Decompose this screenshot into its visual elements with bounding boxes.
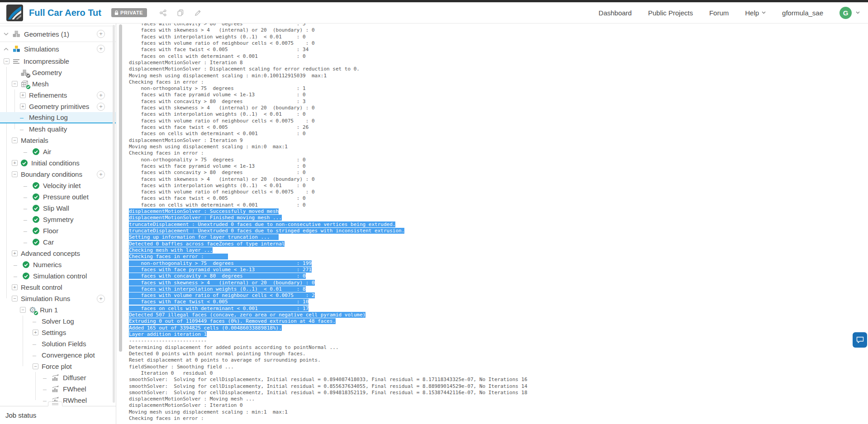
- add-button[interactable]: +: [97, 170, 105, 179]
- collapse-minus-icon[interactable]: −: [33, 363, 38, 369]
- log-scrollbar[interactable]: [119, 24, 122, 352]
- sidebar-item-velocity-inlet[interactable]: –Velocity inlet: [0, 180, 116, 191]
- sidebar-item-label: Force plot: [42, 363, 72, 370]
- user-menu[interactable]: G: [840, 7, 860, 19]
- add-button[interactable]: +: [97, 30, 105, 38]
- nav-dashboard[interactable]: Dashboard: [598, 9, 631, 17]
- sidebar-item-solution-fields[interactable]: –Solution Fields: [0, 338, 116, 349]
- job-status-label: Job status: [5, 411, 36, 419]
- add-button[interactable]: +: [97, 45, 105, 53]
- collapse-minus-icon[interactable]: −: [12, 296, 18, 302]
- sidebar-item-geometry-primitives[interactable]: +Geometry primitives+: [0, 101, 116, 112]
- tree-leaf-dash: –: [43, 386, 47, 393]
- sidebar-item-simulation-runs[interactable]: −Simulation Runs+: [0, 293, 116, 304]
- check-circle-icon: [33, 216, 39, 223]
- collapse-minus-icon[interactable]: −: [12, 137, 18, 143]
- sidebar-item-incompressible[interactable]: −Incompressible: [0, 56, 116, 67]
- sidebar-item-refinements[interactable]: +Refinements+: [0, 90, 116, 101]
- nav-username[interactable]: gformula_sae: [782, 9, 823, 17]
- duplicate-icon[interactable]: [177, 9, 184, 16]
- sidebar-item-label: Slip Wall: [43, 204, 69, 212]
- collapse-minus-icon[interactable]: −: [12, 81, 18, 87]
- sidebar-item-pressure-outlet[interactable]: –Pressure outlet: [0, 191, 116, 203]
- sidebar-item-simulation-control[interactable]: –Simulation control: [0, 270, 116, 282]
- sidebar-item-symmetry[interactable]: –Symmetry: [0, 214, 116, 225]
- sidebar-item-geometries-1[interactable]: Geometries (1)+: [0, 26, 116, 42]
- sidebar-item-settings[interactable]: +Settings: [0, 327, 116, 338]
- sidebar-item-floor[interactable]: –Floor: [0, 225, 116, 236]
- sidebar-item-mesh[interactable]: −Mesh: [0, 78, 116, 90]
- add-button[interactable]: +: [97, 295, 105, 303]
- sidebar-item-boundary-conditions[interactable]: −Boundary conditions+: [0, 169, 116, 180]
- sidebar-item-label: Air: [43, 148, 51, 155]
- log-line: Iteration 0 residual 0: [129, 370, 868, 377]
- log-line: faces with volume ratio of neighbour cel…: [129, 189, 868, 195]
- mesh-cube-icon: [21, 80, 28, 88]
- sidebar-item-label: Velocity inlet: [43, 182, 81, 189]
- sidebar-item-solver-log[interactable]: –Solver Log: [0, 316, 116, 327]
- tree-leaf-dash: –: [14, 273, 17, 280]
- share-icon[interactable]: [160, 9, 166, 16]
- sidebar-item-meshing-log[interactable]: –Meshing Log: [0, 112, 116, 123]
- sidebar-item-geometry[interactable]: Geometry: [0, 67, 116, 78]
- log-line: Checking faces in error :: [129, 415, 868, 422]
- chat-button[interactable]: [853, 332, 867, 348]
- log-line: faces with interpolation weights (0..1) …: [129, 34, 868, 40]
- expand-plus-icon[interactable]: +: [33, 330, 38, 335]
- meshing-log-text[interactable]: faces with concavity > 80 degrees : 5 fa…: [116, 24, 868, 424]
- log-line: displacementMotionSolver : Iteration 9: [129, 137, 868, 144]
- app-logo-icon[interactable]: [6, 5, 23, 21]
- log-line: displacementMotionSolver : Iteration 8: [129, 60, 868, 66]
- avatar[interactable]: G: [840, 7, 852, 19]
- add-button[interactable]: +: [97, 103, 105, 111]
- sidebar-item-run-1[interactable]: −⚙Run 1: [0, 304, 116, 316]
- log-line-text-selected: non-orthogonality > 75 degrees : 199: [129, 260, 312, 266]
- log-line: faces with skewness > 4 (internal) or 20…: [129, 27, 868, 33]
- log-line: faces with face pyramid volume < 1e-13 :…: [129, 92, 868, 98]
- chevron-down-icon: [762, 11, 766, 14]
- collapse-minus-icon[interactable]: −: [4, 58, 9, 64]
- nav-help-menu[interactable]: Help: [745, 9, 766, 17]
- nav-forum[interactable]: Forum: [709, 9, 729, 17]
- chevron-down-icon[interactable]: [4, 33, 9, 36]
- sidebar-item-mesh-quality[interactable]: –Mesh quality: [0, 123, 116, 135]
- collapse-minus-icon[interactable]: −: [20, 307, 26, 313]
- log-line-text: Detected 0 points with point normal poin…: [129, 351, 306, 357]
- log-line: faces with face twist < 0.005 : 34: [129, 47, 868, 53]
- log-line-text-selected: displacementMotionSolver : Finished movi…: [129, 215, 282, 221]
- sidebar-item-diffuser[interactable]: –Diffuser: [0, 372, 116, 383]
- expand-plus-icon[interactable]: +: [20, 92, 26, 98]
- sidebar-item-car[interactable]: –Car: [0, 236, 116, 248]
- sidebar-item-initial-conditions[interactable]: +Initial conditions: [0, 157, 116, 169]
- sidebar-item-convergence-plot[interactable]: –Convergence plot: [0, 349, 116, 361]
- panel-drag-handle-icon[interactable]: [48, 401, 62, 406]
- sidebar-item-simulations[interactable]: Simulations+: [0, 42, 116, 56]
- sidebar-item-slip-wall[interactable]: –Slip Wall: [0, 203, 116, 214]
- sidebar-item-advanced-concepts[interactable]: +Advanced concepts: [0, 248, 116, 259]
- sidebar-item-air[interactable]: –Air: [0, 146, 116, 157]
- sidebar-item-materials[interactable]: −Materials: [0, 135, 116, 146]
- log-line: faces with concavity > 80 degrees : 0: [129, 170, 868, 176]
- nav-public-projects[interactable]: Public Projects: [648, 9, 693, 17]
- expand-plus-icon[interactable]: +: [12, 284, 18, 290]
- expand-plus-icon[interactable]: +: [12, 250, 18, 256]
- add-button[interactable]: +: [97, 91, 105, 99]
- log-line-text: smoothSolver: Solving for cellDisplaceme…: [129, 377, 527, 382]
- log-line-text: faces with face twist < 0.005 : 0: [129, 195, 306, 201]
- log-line-text-selected: faces with skewness > 4 (internal) or 20…: [129, 280, 315, 286]
- sidebar-item-fwheel[interactable]: –FWheel: [0, 383, 116, 395]
- sidebar-scrollbar[interactable]: [113, 25, 115, 403]
- expand-plus-icon[interactable]: +: [20, 104, 26, 109]
- sidebar-item-numerics[interactable]: –Numerics: [0, 259, 116, 270]
- expand-plus-icon[interactable]: +: [12, 160, 18, 166]
- log-line: faces with face pyramid volume < 1e-13 :…: [129, 163, 868, 170]
- sidebar-item-label: Solver Log: [42, 317, 74, 325]
- edit-icon[interactable]: [194, 9, 201, 16]
- collapse-minus-icon[interactable]: −: [12, 171, 18, 177]
- sidebar-item-force-plot[interactable]: −Force plot: [0, 361, 116, 372]
- log-line-text: faces with skewness > 4 (internal) or 20…: [129, 27, 315, 33]
- sidebar-item-label: Diffuser: [63, 374, 86, 382]
- sidebar-item-result-control[interactable]: +Result control: [0, 282, 116, 293]
- job-status-panel-header[interactable]: Job status: [0, 406, 116, 424]
- chevron-up-icon[interactable]: [4, 47, 9, 51]
